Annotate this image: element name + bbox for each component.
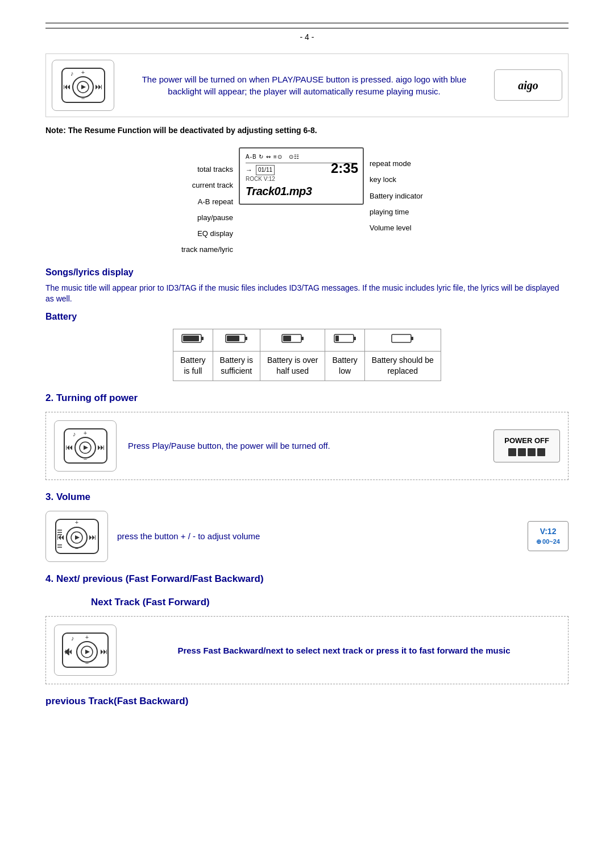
top-rule — [45, 23, 569, 23]
battery-heading: Battery — [45, 311, 569, 323]
turning-off-heading: 2. Turning off power — [45, 391, 569, 405]
player-screen: A-B ↻ ↭ ≡⊙ ⊙☷ 2:35 → 01/11 ROCK V:12 Tra… — [239, 147, 364, 205]
diagram-labels-left: total tracks current track A-B repeat pl… — [159, 147, 239, 255]
battery-label-replace: Battery should bereplaced — [364, 351, 441, 381]
device-icon-box: + ⏮ ⏭ − ♪ — [52, 60, 114, 111]
songs-lyrics-heading: Songs/lyrics display — [45, 266, 569, 279]
svg-text:⏮: ⏮ — [63, 82, 71, 91]
label-playing-time: playing time — [370, 207, 409, 217]
battery-table: Batteryis full Battery issufficient Batt… — [173, 329, 441, 381]
volume-text: press the button + / - to adjust volume — [117, 530, 518, 542]
svg-text:⏭: ⏭ — [97, 443, 105, 452]
svg-marker-27 — [84, 445, 88, 450]
fast-forward-box: + ⏮ ⏭ − ♪ Press Fast Backward/next to se… — [45, 616, 569, 684]
svg-text:♪: ♪ — [70, 70, 74, 77]
poweroff-bar-4 — [537, 448, 545, 456]
label-play-pause: play/pause — [197, 213, 233, 223]
battery-suff-svg — [225, 333, 248, 344]
diagram-labels-right: repeat mode key lock Battery indicator p… — [364, 147, 455, 233]
note-label: Note — [45, 126, 63, 135]
turning-off-text: Press Play/Pause button, the power will … — [128, 440, 482, 452]
screen-arrow: → — [246, 166, 252, 175]
next-track-subheading: Next Track (Fast Forward) — [45, 596, 569, 609]
display-diagram: total tracks current track A-B repeat pl… — [45, 147, 569, 255]
poweroff-bar-3 — [528, 448, 536, 456]
label-total-tracks: total tracks — [197, 164, 233, 175]
turning-off-box: + ⏮ ⏭ − ♪ Press Play/Pause button, the p… — [45, 412, 569, 480]
battery-icon-low — [325, 329, 364, 352]
label-battery-indicator: Battery indicator — [370, 191, 423, 201]
svg-text:+: + — [83, 429, 86, 436]
battery-label-full: Batteryis full — [173, 351, 213, 381]
next-prev-heading: 4. Next/ previous (Fast Forward/Fast Bac… — [45, 572, 569, 586]
svg-marker-4 — [81, 85, 86, 89]
svg-text:⏭: ⏭ — [95, 82, 103, 91]
label-eq-display: EQ display — [197, 229, 233, 239]
aigo-logo-text: aigo — [518, 77, 538, 93]
svg-text:+: + — [85, 634, 89, 640]
fast-forward-device-icon: + ⏮ ⏭ − ♪ — [54, 625, 117, 676]
player-device-icon-4: + ⏮ ⏭ − ♪ — [60, 630, 111, 670]
label-volume-level: Volume level — [370, 223, 412, 233]
screen-top-row: A-B ↻ ↭ ≡⊙ ⊙☷ 2:35 — [246, 153, 357, 163]
power-on-text: The power will be turned on when PLAY/PA… — [114, 73, 494, 97]
screen-time: 2:35 — [331, 159, 358, 178]
battery-low-svg — [334, 333, 356, 344]
svg-text:⏭: ⏭ — [100, 647, 108, 656]
page-container: - 4 - + ⏮ ⏭ − ♪ The — [0, 0, 614, 738]
battery-label-low: Batterylow — [325, 351, 364, 381]
battery-icon-replace — [364, 329, 441, 352]
svg-text:−: − — [85, 660, 89, 667]
prev-track-heading: previous Track(Fast Backward) — [45, 695, 569, 708]
svg-text:⏮: ⏮ — [57, 532, 65, 542]
svg-text:−: − — [83, 456, 86, 462]
screen-track-counter: 01/11 — [256, 165, 275, 175]
note-body: : The Resume Function will be deactivate… — [63, 126, 317, 135]
poweroff-bar-1 — [508, 448, 516, 456]
svg-rect-21 — [392, 334, 411, 342]
page-number: - 4 - — [45, 28, 569, 43]
svg-rect-17 — [283, 336, 291, 341]
volume-heading: 3. Volume — [45, 490, 569, 504]
svg-text:♪: ♪ — [73, 431, 76, 437]
battery-label-sufficient: Battery issufficient — [213, 351, 260, 381]
label-repeat-mode: repeat mode — [370, 159, 411, 169]
label-track-name: track name/lyric — [181, 245, 233, 255]
svg-rect-10 — [201, 337, 204, 340]
svg-rect-20 — [335, 336, 339, 341]
battery-replace-svg — [391, 333, 414, 344]
svg-text:♪: ♪ — [71, 635, 74, 642]
battery-icon-half — [260, 329, 325, 352]
svg-text:⏮: ⏮ — [65, 443, 73, 452]
volume-box: + ⏮ ⏭ − press the button + / - to adjust… — [45, 511, 569, 562]
label-key-lock: key lock — [370, 175, 396, 185]
label-ab-repeat: A-B repeat — [198, 197, 233, 207]
svg-text:⏭: ⏭ — [89, 532, 97, 542]
power-on-section: + ⏮ ⏭ − ♪ The power will be turned on wh… — [45, 53, 569, 117]
poweroff-bar-2 — [518, 448, 526, 456]
volume-device-icon: + ⏮ ⏭ − — [45, 511, 108, 562]
poweroff-bars — [504, 448, 549, 456]
battery-icon-full — [173, 329, 213, 352]
screen-track-name: Track01.mp3 — [246, 183, 357, 199]
poweroff-display: POWER OFF — [493, 429, 560, 462]
player-device-icon-2: + ⏮ ⏭ − ♪ — [61, 426, 110, 466]
screen-icons-row: A-B ↻ ↭ ≡⊙ ⊙☷ — [246, 153, 300, 161]
volume-display: V:12 ⊕ 00~24 — [528, 521, 569, 551]
poweroff-label: POWER OFF — [504, 436, 549, 446]
svg-text:−: − — [81, 95, 84, 102]
player-device-icon: + ⏮ ⏭ − ♪ — [59, 65, 107, 105]
svg-marker-49 — [85, 650, 90, 654]
battery-icon-sufficient — [213, 329, 260, 352]
battery-label-half: Battery is overhalf used — [260, 351, 325, 381]
svg-text:+: + — [81, 69, 84, 76]
volume-value: V:12 — [536, 526, 560, 538]
aigo-logo: aigo — [494, 69, 562, 101]
svg-text:−: − — [74, 545, 78, 552]
fast-forward-text: Press Fast Backward/next to select next … — [128, 644, 560, 656]
svg-rect-22 — [411, 337, 413, 340]
svg-rect-19 — [354, 337, 356, 340]
volume-knob-icon: ⊕ — [536, 538, 541, 546]
svg-marker-36 — [75, 535, 80, 540]
battery-half-svg — [281, 333, 304, 344]
